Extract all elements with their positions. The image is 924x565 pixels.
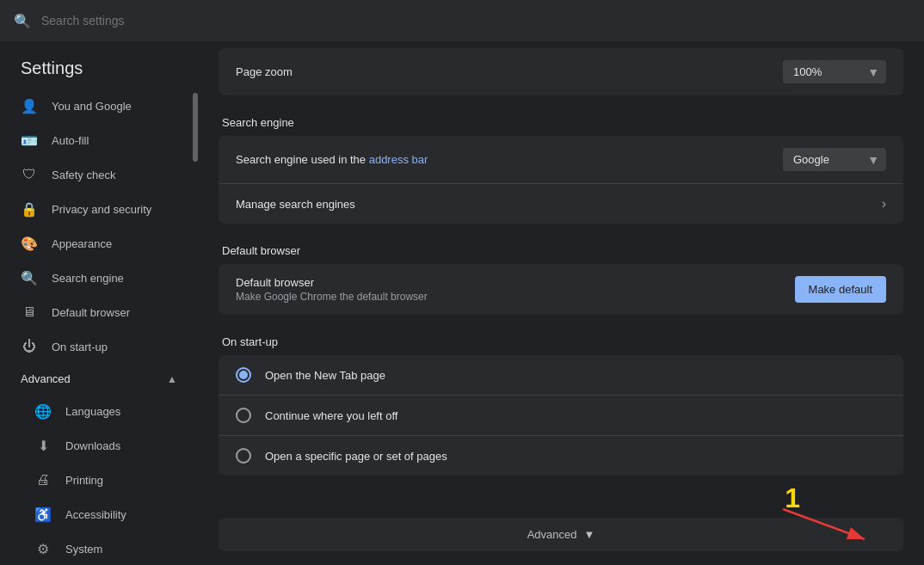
manage-search-engines-arrow-icon: › xyxy=(882,196,886,212)
sidebar-item-on-start-up[interactable]: ⏻ On start-up xyxy=(0,329,191,364)
sidebar-item-accessibility[interactable]: ♿ Accessibility xyxy=(0,497,191,531)
sidebar: Settings 👤 You and Google 🪪 Auto-fill 🛡 … xyxy=(0,41,198,565)
radio-specific-page-label: Open a specific page or set of pages xyxy=(265,450,447,463)
advanced-items-container: 🌐 Languages ⬇ Downloads 🖨 Printing ♿ Acc… xyxy=(0,394,198,565)
search-engine-dropdown-wrapper: Google ▼ xyxy=(783,148,886,171)
sidebar-item-search-engine[interactable]: 🔍 Search engine xyxy=(0,261,191,295)
default-browser-card: Default browser Make Google Chrome the d… xyxy=(219,264,903,315)
scrollbar-thumb xyxy=(193,93,198,162)
default-browser-section-title: Default browser xyxy=(219,244,903,257)
search-engine-icon: 🔍 xyxy=(21,269,38,286)
appearance-icon: 🎨 xyxy=(21,235,38,252)
on-start-up-icon: ⏻ xyxy=(21,338,38,355)
you-and-google-icon: 👤 xyxy=(21,97,38,114)
page-zoom-label: Page zoom xyxy=(236,65,783,78)
downloads-label: Downloads xyxy=(65,439,120,452)
on-startup-section-title: On start-up xyxy=(219,335,903,348)
languages-icon: 🌐 xyxy=(34,402,52,420)
accessibility-label: Accessibility xyxy=(65,508,126,521)
appearance-label: Appearance xyxy=(52,237,112,250)
search-engine-section-title: Search engine xyxy=(219,116,903,129)
printing-icon: 🖨 xyxy=(34,471,52,488)
default-browser-sublabel: Make Google Chrome the default browser xyxy=(236,291,795,303)
sidebar-item-privacy-and-security[interactable]: 🔒 Privacy and security xyxy=(0,192,191,226)
top-bar: 🔍 xyxy=(0,0,924,41)
sidebar-item-downloads[interactable]: ⬇ Downloads xyxy=(0,428,191,463)
radio-specific-page-outer xyxy=(236,448,251,464)
default-browser-row: Default browser Make Google Chrome the d… xyxy=(219,264,903,315)
content-wrapper: Page zoom 100% ▼ Search engine xyxy=(219,48,903,551)
make-default-button[interactable]: Make default xyxy=(795,276,886,303)
advanced-section-label: Advanced xyxy=(21,372,71,385)
search-input[interactable] xyxy=(41,14,299,28)
system-icon: ⚙ xyxy=(34,540,52,557)
search-engine-card: Search engine used in the address bar Go… xyxy=(219,136,903,224)
annotation-area: 1 Advanced ▼ xyxy=(219,482,903,551)
privacy-and-security-label: Privacy and security xyxy=(52,203,151,216)
content-area: Page zoom 100% ▼ Search engine xyxy=(198,41,924,565)
page-zoom-card: Page zoom 100% ▼ xyxy=(219,48,903,95)
search-icon: 🔍 xyxy=(14,13,31,29)
search-engine-label: Search engine xyxy=(52,272,124,285)
system-label: System xyxy=(65,543,102,556)
sidebar-item-default-browser[interactable]: 🖥 Default browser xyxy=(0,295,191,329)
default-browser-label: Default browser xyxy=(52,306,130,319)
on-start-up-label: On start-up xyxy=(52,341,108,353)
auto-fill-label: Auto-fill xyxy=(52,134,89,147)
radio-continue-label: Continue where you left off xyxy=(265,409,397,422)
advanced-section-header[interactable]: Advanced ▲ xyxy=(0,364,191,394)
bottom-advanced-label: Advanced xyxy=(527,528,577,541)
radio-new-tab[interactable]: Open the New Tab page xyxy=(219,355,903,396)
sidebar-item-languages[interactable]: 🌐 Languages xyxy=(0,394,191,428)
search-engine-dropdown[interactable]: Google xyxy=(783,148,886,171)
page-zoom-dropdown[interactable]: 100% xyxy=(783,60,886,83)
sidebar-scrollbar[interactable] xyxy=(193,41,198,565)
auto-fill-icon: 🪪 xyxy=(21,132,38,149)
you-and-google-label: You and Google xyxy=(52,100,132,113)
radio-continue-outer xyxy=(236,408,251,423)
sidebar-item-safety-check[interactable]: 🛡 Safety check xyxy=(0,157,191,192)
radio-new-tab-label: Open the New Tab page xyxy=(265,369,385,382)
page-zoom-row: Page zoom 100% ▼ xyxy=(219,48,903,95)
sidebar-title: Settings xyxy=(0,48,198,89)
sidebar-item-you-and-google[interactable]: 👤 You and Google xyxy=(0,89,191,123)
annotation-number: 1 xyxy=(785,482,800,514)
sidebar-items-container: 👤 You and Google 🪪 Auto-fill 🛡 Safety ch… xyxy=(0,89,198,364)
languages-label: Languages xyxy=(65,405,120,418)
accessibility-icon: ♿ xyxy=(34,506,52,523)
privacy-and-security-icon: 🔒 xyxy=(21,200,38,218)
safety-check-label: Safety check xyxy=(52,169,115,181)
bottom-advanced-chevron-icon: ▼ xyxy=(583,528,594,541)
main-layout: Settings 👤 You and Google 🪪 Auto-fill 🛡 … xyxy=(0,41,924,565)
default-browser-icon: 🖥 xyxy=(21,304,38,321)
manage-search-engines-label: Manage search engines xyxy=(236,198,882,211)
radio-new-tab-inner xyxy=(239,371,248,379)
on-startup-radio-group: Open the New Tab page Continue where you… xyxy=(219,355,903,476)
address-bar-link[interactable]: address bar xyxy=(369,153,428,166)
radio-continue[interactable]: Continue where you left off xyxy=(219,396,903,436)
printing-label: Printing xyxy=(65,474,103,487)
bottom-advanced-bar[interactable]: Advanced ▼ xyxy=(219,518,903,551)
search-engine-address-bar-row: Search engine used in the address bar Go… xyxy=(219,136,903,184)
search-engine-label: Search engine used in the address bar xyxy=(236,153,783,166)
default-browser-label: Default browser xyxy=(236,276,795,289)
sidebar-item-printing[interactable]: 🖨 Printing xyxy=(0,463,191,497)
downloads-icon: ⬇ xyxy=(34,437,52,454)
page-zoom-dropdown-wrapper: 100% ▼ xyxy=(783,60,886,83)
advanced-chevron-icon: ▲ xyxy=(167,373,177,385)
radio-specific-page[interactable]: Open a specific page or set of pages xyxy=(219,436,903,476)
sidebar-item-appearance[interactable]: 🎨 Appearance xyxy=(0,226,191,261)
sidebar-item-auto-fill[interactable]: 🪪 Auto-fill xyxy=(0,123,191,157)
safety-check-icon: 🛡 xyxy=(21,166,38,183)
manage-search-engines-row[interactable]: Manage search engines › xyxy=(219,184,903,224)
sidebar-item-system[interactable]: ⚙ System xyxy=(0,531,191,565)
radio-new-tab-outer xyxy=(236,367,251,383)
